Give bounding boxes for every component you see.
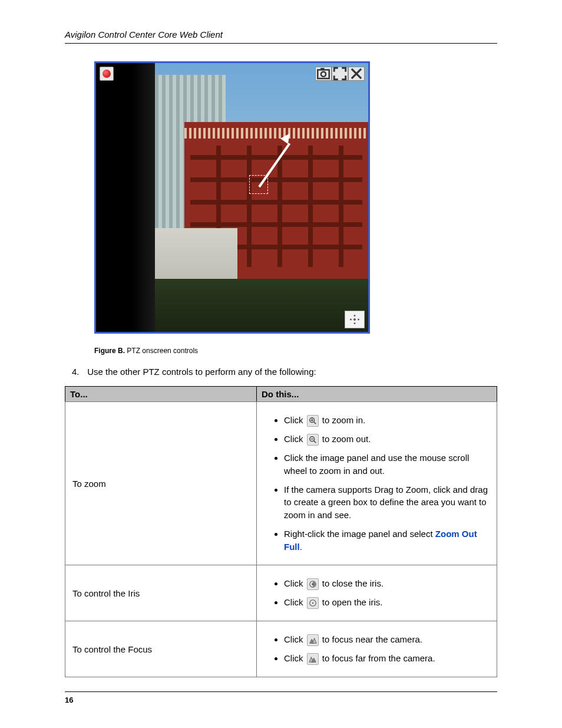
svg-point-3	[353, 318, 356, 321]
iris-open-icon[interactable]	[307, 597, 319, 609]
zoom-out-icon[interactable]	[307, 434, 319, 446]
action-list: Click to close the iris.Click to open th…	[264, 577, 490, 609]
table-cell-do: Click to zoom in.Click to zoom out.Click…	[257, 402, 497, 565]
step-text: Use the other PTZ controls to perform an…	[87, 367, 316, 377]
table-cell-do: Click to close the iris.Click to open th…	[257, 565, 497, 621]
table-header-to: To...	[65, 387, 257, 402]
table-cell-to: To control the Focus	[65, 621, 257, 677]
ptz-icon	[349, 314, 360, 325]
svg-line-9	[313, 441, 316, 443]
instruction-step: 4. Use the other PTZ controls to perform…	[65, 367, 497, 377]
table-cell-do: Click to focus near the camera.Click to …	[257, 621, 497, 677]
fullscreen-button[interactable]	[332, 67, 348, 81]
table-header-do: Do this...	[257, 387, 497, 402]
list-item: Click to zoom in.	[284, 414, 490, 427]
table-row: To control the FocusClick to focus near …	[65, 621, 497, 677]
svg-point-1	[321, 72, 326, 77]
close-icon	[349, 66, 364, 81]
panel-top-right-buttons	[315, 67, 365, 81]
table-row: To control the IrisClick to close the ir…	[65, 565, 497, 621]
list-item: Click to focus near the camera.	[284, 633, 490, 646]
video-panel[interactable]	[94, 61, 370, 334]
table-cell-to: To control the Iris	[65, 565, 257, 621]
iris-close-icon[interactable]	[307, 578, 319, 590]
ptz-toggle-button[interactable]	[345, 311, 365, 328]
scene-dark-edge	[96, 63, 155, 332]
fullscreen-icon	[332, 66, 348, 81]
scene-foliage	[143, 279, 368, 332]
svg-line-5	[313, 422, 316, 424]
action-list: Click to zoom in.Click to zoom out.Click…	[264, 414, 490, 553]
ptz-controls-table: To... Do this... To zoomClick to zoom in…	[65, 386, 497, 677]
svg-rect-2	[320, 68, 325, 70]
close-button[interactable]	[348, 67, 365, 81]
figure-label: Figure B.	[94, 347, 125, 355]
list-item: Click the image panel and use the mouse …	[284, 452, 490, 477]
figure-caption: Figure B. PTZ onscreen controls	[94, 347, 497, 355]
list-item: Click to focus far from the camera.	[284, 652, 490, 665]
menu-command-link[interactable]: Zoom Out Full	[284, 529, 477, 552]
figure-wrapper: Figure B. PTZ onscreen controls	[94, 61, 497, 355]
list-item: Click to zoom out.	[284, 433, 490, 446]
svg-point-14	[312, 602, 313, 604]
list-item: Right-click the image panel and select Z…	[284, 528, 490, 554]
record-icon	[103, 70, 111, 78]
focus-far-icon[interactable]	[307, 653, 319, 665]
record-button[interactable]	[100, 67, 114, 81]
page-number: 16	[65, 696, 73, 704]
table-cell-to: To zoom	[65, 402, 257, 565]
list-item: If the camera supports Drag to Zoom, cli…	[284, 483, 490, 522]
zoom-in-icon[interactable]	[307, 415, 319, 427]
svg-point-12	[312, 584, 314, 586]
focus-near-icon[interactable]	[307, 634, 319, 646]
list-item: Click to close the iris.	[284, 577, 490, 590]
snapshot-icon	[316, 66, 331, 81]
list-item: Click to open the iris.	[284, 596, 490, 609]
snapshot-button[interactable]	[315, 67, 332, 81]
table-row: To zoomClick to zoom in.Click to zoom ou…	[65, 402, 497, 565]
action-list: Click to focus near the camera.Click to …	[264, 633, 490, 665]
page-header: Avigilon Control Center Core Web Client	[65, 29, 497, 44]
figure-caption-text: PTZ onscreen controls	[127, 347, 198, 355]
step-number: 4.	[72, 367, 85, 377]
page-footer: 16	[65, 691, 497, 704]
